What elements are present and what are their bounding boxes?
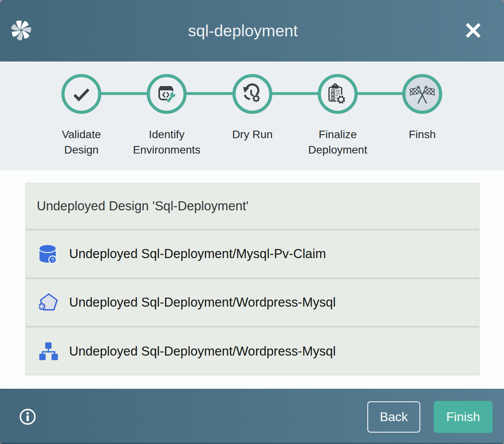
svg-text:?: ? — [51, 257, 54, 263]
